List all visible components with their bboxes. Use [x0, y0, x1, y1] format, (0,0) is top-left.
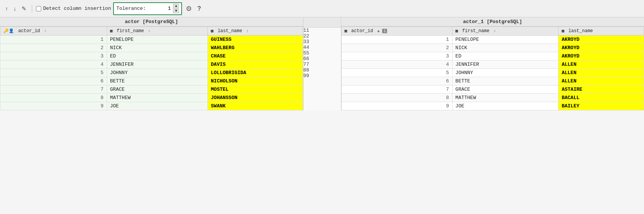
right-table-header-row: ▦ actor_id ▲ 1 ▦ first_name ↕ ▦ last	[341, 27, 644, 36]
left-cell-last-name: JOHANSSON	[208, 94, 303, 102]
detect-column-checkbox-label[interactable]: Detect column insertion	[36, 6, 111, 11]
right-table-row[interactable]: 3 ED AKROYD	[341, 52, 644, 60]
left-table-row[interactable]: 3 ED CHASE	[0, 52, 303, 60]
edit-button[interactable]: ✎	[20, 5, 28, 13]
tolerance-label: Tolerance:	[116, 6, 146, 11]
left-table-row[interactable]: 5 JOHNNY LOLLOBRIGIDA	[0, 69, 303, 77]
left-cell-id: 2	[0, 44, 107, 52]
right-table-row[interactable]: 9 JOE BAILEY	[341, 102, 644, 110]
right-table-row[interactable]: 1 PENELOPE AKROYD	[341, 36, 644, 44]
left-cell-last-name: WAHLBERG	[208, 44, 303, 52]
right-cell-first-name: PENELOPE	[452, 36, 558, 44]
help-button[interactable]: ?	[196, 5, 202, 13]
left-cell-id: 4	[0, 60, 107, 69]
right-table-row[interactable]: 5 JOHNNY ALLEN	[341, 69, 644, 77]
left-col-first-name-label: first_name	[117, 28, 144, 34]
right-cell-last-name: ASTAIRE	[558, 85, 644, 94]
middle-row: 88	[303, 67, 341, 73]
right-col-first-name-label: first_name	[462, 28, 489, 34]
right-cell-id: 3	[341, 52, 452, 60]
left-cell-first-name: PENELOPE	[107, 36, 208, 44]
left-table-scroll[interactable]: 🔑👤 actor_id ↕ ▦ first_name ↕ ▦ last_name	[0, 26, 303, 110]
right-cell-first-name: MATTHEW	[452, 94, 558, 102]
left-table-row[interactable]: 2 NICK WAHLBERG	[0, 44, 303, 52]
tolerance-input[interactable]	[148, 6, 171, 11]
move-up-button[interactable]: ↑	[4, 5, 10, 12]
right-cell-last-name: AKROYD	[558, 52, 644, 60]
left-cell-first-name: JENNIFER	[107, 60, 208, 69]
right-cell-last-name: AKROYD	[558, 36, 644, 44]
left-col-actor-id[interactable]: 🔑👤 actor_id ↕	[0, 27, 107, 36]
tolerance-up-button[interactable]: ▲	[173, 4, 179, 8]
middle-row: 22	[303, 33, 341, 39]
left-cell-id: 9	[0, 102, 107, 110]
right-table-row[interactable]: 6 BETTE ALLEN	[341, 77, 644, 85]
left-cell-last-name: CHASE	[208, 52, 303, 60]
left-cell-last-name: SWANK	[208, 102, 303, 110]
left-cell-id: 7	[0, 85, 107, 94]
right-table-row[interactable]: 8 MATTHEW BACALL	[341, 94, 644, 102]
settings-button[interactable]: ⚙	[184, 4, 193, 14]
mid-right-num: 8	[306, 67, 309, 73]
right-cell-first-name: BETTE	[452, 77, 558, 85]
left-cell-id: 3	[0, 52, 107, 60]
middle-row: 66	[303, 56, 341, 62]
left-table-section: actor [PostgreSQL] 🔑👤 actor_id ↕ ▦ first…	[0, 17, 303, 110]
right-sort-first-name[interactable]: ↕	[494, 29, 496, 33]
right-col-last-name[interactable]: ▦ last_name	[558, 27, 644, 36]
left-table-row[interactable]: 7 GRACE MOSTEL	[0, 85, 303, 94]
right-col-last-name-label: last_name	[568, 28, 593, 34]
left-sort-actor-id[interactable]: ↕	[44, 29, 47, 33]
mid-right-num: 3	[306, 39, 309, 45]
left-cell-first-name: GRACE	[107, 85, 208, 94]
left-col-first-name[interactable]: ▦ first_name ↕	[107, 27, 208, 36]
right-sort-actor-id[interactable]: ▲	[377, 29, 380, 33]
left-cell-id: 5	[0, 69, 107, 77]
left-cell-last-name: NICHOLSON	[208, 77, 303, 85]
left-sort-first-name[interactable]: ↕	[148, 29, 151, 33]
left-col-last-name-label: last_name	[218, 28, 242, 34]
detect-column-checkbox[interactable]	[36, 6, 41, 11]
left-table-row[interactable]: 6 BETTE NICHOLSON	[0, 77, 303, 85]
table-icon-r3: ▦	[562, 28, 564, 33]
right-cell-id: 1	[341, 36, 452, 44]
table-icon-r1: ▦	[345, 28, 347, 33]
right-col-actor-id[interactable]: ▦ actor_id ▲ 1	[341, 27, 452, 36]
move-down-button[interactable]: ↓	[12, 5, 18, 12]
left-sort-last-name[interactable]: ↕	[246, 29, 249, 33]
left-table-row[interactable]: 9 JOE SWANK	[0, 102, 303, 110]
left-table-row[interactable]: 4 JENNIFER DAVIS	[0, 60, 303, 69]
right-cell-id: 5	[341, 69, 452, 77]
left-cell-first-name: NICK	[107, 44, 208, 52]
left-table-row[interactable]: 1 PENELOPE GUINESS	[0, 36, 303, 44]
left-cell-last-name: MOSTEL	[208, 85, 303, 94]
left-table-row[interactable]: 8 MATTHEW JOHANSSON	[0, 94, 303, 102]
tolerance-down-button[interactable]: ▼	[173, 9, 179, 13]
right-cell-last-name: BACALL	[558, 94, 644, 102]
right-col-actor-id-label: actor_id	[351, 28, 373, 34]
left-table: 🔑👤 actor_id ↕ ▦ first_name ↕ ▦ last_name	[0, 26, 303, 110]
middle-rows-container: 112233445566778899	[303, 28, 341, 79]
separator	[32, 5, 32, 12]
left-table-header-row: 🔑👤 actor_id ↕ ▦ first_name ↕ ▦ last_name	[0, 27, 303, 36]
middle-row: 44	[303, 45, 341, 50]
right-cell-id: 8	[341, 94, 452, 102]
left-cell-last-name: LOLLOBRIGIDA	[208, 69, 303, 77]
right-col-first-name[interactable]: ▦ first_name ↕	[452, 27, 558, 36]
left-cell-first-name: MATTHEW	[107, 94, 208, 102]
middle-header	[303, 17, 341, 28]
right-table-row[interactable]: 4 JENNIFER ALLEN	[341, 60, 644, 69]
middle-row-numbers: 112233445566778899	[303, 17, 341, 110]
right-table-row[interactable]: 2 NICK AKROYD	[341, 44, 644, 52]
right-cell-last-name: ALLEN	[558, 77, 644, 85]
detect-column-label: Detect column insertion	[43, 6, 111, 11]
table-icon-r2: ▦	[456, 28, 458, 33]
right-cell-first-name: JOE	[452, 102, 558, 110]
right-table-scroll[interactable]: ▦ actor_id ▲ 1 ▦ first_name ↕ ▦ last	[341, 26, 644, 110]
toolbar: ↑ ↓ ✎ Detect column insertion Tolerance:…	[0, 0, 644, 17]
right-table-row[interactable]: 7 GRACE ASTAIRE	[341, 85, 644, 94]
right-table: ▦ actor_id ▲ 1 ▦ first_name ↕ ▦ last	[341, 26, 644, 110]
left-col-last-name[interactable]: ▦ last_name ↕	[208, 27, 303, 36]
left-cell-first-name: JOHNNY	[107, 69, 208, 77]
left-cell-first-name: ED	[107, 52, 208, 60]
